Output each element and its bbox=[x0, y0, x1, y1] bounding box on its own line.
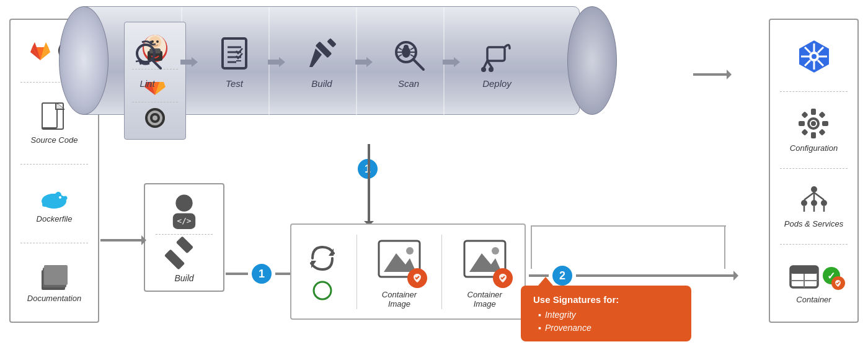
arrow-to-build-box bbox=[100, 239, 145, 241]
container-with-badges: ✓ bbox=[788, 260, 840, 291]
svg-point-104 bbox=[811, 200, 817, 206]
svg-point-103 bbox=[801, 200, 807, 206]
stage-build: Build bbox=[287, 12, 356, 112]
image-item-3: ContainerImage bbox=[460, 235, 510, 309]
svg-text:</>: </> bbox=[177, 216, 192, 225]
svg-rect-94 bbox=[811, 109, 816, 115]
arrow-scan-deploy bbox=[443, 56, 461, 71]
deploy-label: Deploy bbox=[482, 78, 512, 89]
vert-line-left bbox=[531, 225, 532, 269]
stage-test: Test bbox=[200, 12, 268, 112]
documentation-item: Documentation bbox=[27, 263, 81, 303]
svg-rect-96 bbox=[799, 121, 805, 126]
container-image-icon-wrap-1 bbox=[374, 235, 424, 285]
svg-rect-98 bbox=[802, 111, 808, 118]
signature-badge-2 bbox=[493, 268, 513, 288]
svg-line-108 bbox=[814, 192, 824, 200]
svg-line-51 bbox=[414, 60, 423, 70]
svg-marker-46 bbox=[268, 57, 285, 67]
svg-rect-100 bbox=[802, 129, 808, 135]
stage-deploy: Deploy bbox=[461, 12, 533, 112]
svg-line-106 bbox=[804, 192, 814, 200]
stage-lint: Lint bbox=[115, 12, 180, 112]
svg-rect-69 bbox=[176, 236, 193, 253]
svg-line-65 bbox=[487, 61, 492, 68]
configuration-icon bbox=[797, 107, 830, 140]
svg-rect-101 bbox=[819, 129, 826, 135]
callout-item-provenance: ▪ Provenance bbox=[538, 323, 679, 333]
signature-callout: Use Signatures for: ▪ Integrity ▪ Proven… bbox=[521, 286, 691, 341]
svg-point-53 bbox=[404, 45, 409, 50]
build-pipeline-icon bbox=[303, 36, 340, 73]
diagram-container: ⊙ Source Code bbox=[0, 0, 868, 352]
right-panel: Configuration Pods & Services bbox=[769, 19, 859, 323]
container-image-icon-wrap-2 bbox=[460, 235, 510, 285]
vert-arrow-container: 1 bbox=[368, 144, 370, 225]
kubernetes-item bbox=[795, 37, 833, 76]
container-item: ✓ Container bbox=[788, 260, 840, 304]
svg-point-73 bbox=[314, 282, 331, 299]
dockerfile-label: Dockerfile bbox=[37, 214, 73, 223]
oci-push-icon bbox=[306, 242, 339, 274]
circle-icon bbox=[311, 279, 334, 302]
badge-1-build: 1 bbox=[252, 264, 272, 284]
svg-rect-40 bbox=[223, 38, 246, 68]
svg-rect-70 bbox=[164, 249, 185, 269]
configuration-item: Configuration bbox=[790, 107, 838, 153]
container-images-area: ContainerImage ContainerImage bbox=[290, 223, 526, 320]
arrow-pipeline-out bbox=[693, 73, 730, 76]
coder-icon: </> bbox=[159, 192, 209, 234]
svg-point-102 bbox=[811, 186, 817, 192]
callout-title: Use Signatures for: bbox=[533, 294, 679, 305]
lint-icon bbox=[131, 36, 164, 73]
stage-scan: Scan bbox=[374, 12, 443, 112]
scan-label: Scan bbox=[398, 78, 419, 89]
source-code-label: Source Code bbox=[31, 135, 78, 145]
test-icon bbox=[218, 36, 251, 73]
right-panel-divider-2 bbox=[780, 168, 848, 169]
documentation-icon bbox=[40, 263, 68, 291]
badge-2: 2 bbox=[552, 266, 572, 286]
callout-item-integrity: ▪ Integrity bbox=[538, 310, 679, 320]
scan-icon bbox=[390, 36, 427, 73]
svg-rect-97 bbox=[822, 121, 828, 126]
build-box-label: Build bbox=[174, 273, 193, 283]
right-panel-divider-1 bbox=[780, 91, 848, 92]
svg-point-76 bbox=[406, 247, 414, 255]
arrow-build-to-image: 1 bbox=[226, 264, 298, 284]
svg-marker-60 bbox=[443, 57, 460, 67]
arrow-lint-test bbox=[180, 56, 199, 71]
arrow-image-to-right: 2 bbox=[529, 266, 737, 286]
svg-line-38 bbox=[152, 60, 161, 68]
svg-marker-39 bbox=[180, 57, 198, 67]
divider-2 bbox=[20, 164, 88, 165]
container-box-icon bbox=[788, 260, 820, 291]
pods-services-icon bbox=[798, 184, 830, 215]
test-label: Test bbox=[226, 78, 243, 89]
hammer-icon bbox=[162, 235, 206, 273]
arrow-test-build bbox=[268, 56, 286, 71]
container-sig-badge bbox=[831, 276, 845, 290]
svg-point-63 bbox=[481, 67, 486, 72]
pods-services-item: Pods & Services bbox=[784, 184, 843, 228]
cylinder-left-cap bbox=[59, 6, 108, 115]
svg-point-36 bbox=[153, 115, 157, 120]
svg-marker-49 bbox=[355, 57, 373, 67]
vert-line-right bbox=[724, 225, 725, 269]
image-item-2: ContainerImage bbox=[374, 235, 424, 309]
svg-point-79 bbox=[492, 247, 499, 255]
svg-rect-48 bbox=[327, 38, 337, 48]
image-area-divider bbox=[356, 235, 357, 309]
svg-marker-5 bbox=[32, 42, 37, 47]
container-image-label-2: ContainerImage bbox=[467, 290, 502, 309]
image-area-divider-2 bbox=[441, 235, 442, 309]
svg-marker-75 bbox=[384, 253, 416, 272]
svg-point-14 bbox=[59, 196, 61, 199]
svg-rect-99 bbox=[819, 111, 826, 118]
dockerfile-icon bbox=[38, 184, 69, 212]
svg-point-15 bbox=[42, 203, 47, 207]
kubernetes-icon bbox=[795, 37, 833, 76]
dockerfile-item: Dockerfile bbox=[37, 184, 73, 223]
svg-rect-113 bbox=[790, 266, 818, 274]
build-box: </> Build bbox=[144, 183, 224, 292]
